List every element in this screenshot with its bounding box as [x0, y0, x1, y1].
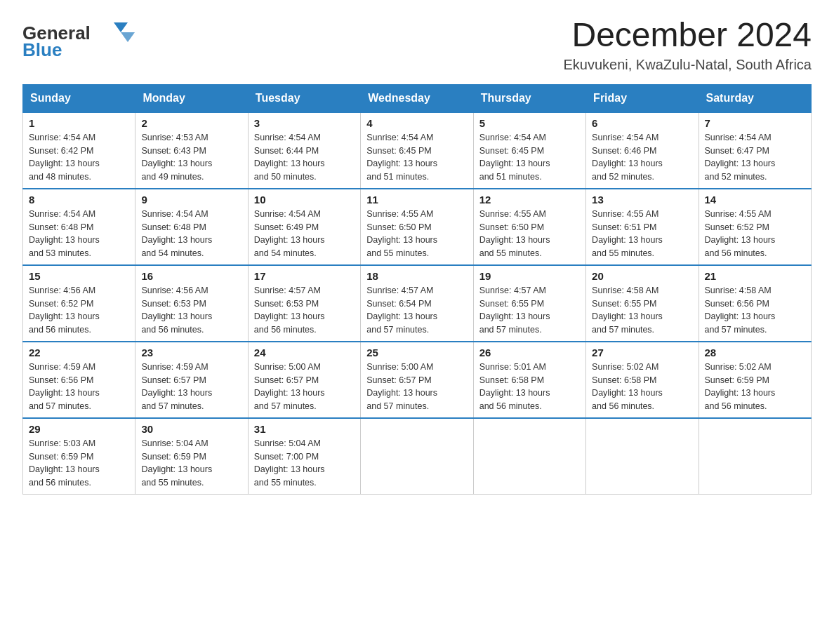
- svg-marker-2: [121, 32, 135, 42]
- day-info: Sunrise: 4:57 AMSunset: 6:53 PMDaylight:…: [254, 284, 355, 337]
- weekday-header-friday: Friday: [586, 84, 699, 112]
- calendar-cell: [699, 418, 811, 495]
- calendar-cell: 16 Sunrise: 4:56 AMSunset: 6:53 PMDaylig…: [135, 265, 248, 342]
- day-number: 30: [141, 423, 241, 435]
- day-number: 4: [366, 117, 467, 129]
- day-info: Sunrise: 4:54 AMSunset: 6:47 PMDaylight:…: [705, 131, 805, 184]
- calendar-cell: 23 Sunrise: 4:59 AMSunset: 6:57 PMDaylig…: [135, 342, 248, 418]
- calendar-cell: 13 Sunrise: 4:55 AMSunset: 6:51 PMDaylig…: [586, 189, 699, 265]
- calendar-cell: 5 Sunrise: 4:54 AMSunset: 6:45 PMDayligh…: [473, 112, 585, 189]
- day-number: 10: [254, 194, 355, 206]
- weekday-header-thursday: Thursday: [473, 84, 585, 112]
- calendar-cell: 21 Sunrise: 4:58 AMSunset: 6:56 PMDaylig…: [699, 265, 811, 342]
- calendar-cell: 17 Sunrise: 4:57 AMSunset: 6:53 PMDaylig…: [248, 265, 360, 342]
- calendar-cell: 14 Sunrise: 4:55 AMSunset: 6:52 PMDaylig…: [699, 189, 811, 265]
- day-number: 13: [592, 194, 692, 206]
- weekday-header-row: SundayMondayTuesdayWednesdayThursdayFrid…: [23, 84, 812, 112]
- day-number: 17: [254, 270, 355, 282]
- day-number: 5: [479, 117, 580, 129]
- day-number: 20: [592, 270, 692, 282]
- calendar-table: SundayMondayTuesdayWednesdayThursdayFrid…: [22, 84, 812, 495]
- day-info: Sunrise: 4:54 AMSunset: 6:46 PMDaylight:…: [592, 131, 692, 184]
- svg-text:Blue: Blue: [22, 39, 62, 59]
- calendar-cell: 24 Sunrise: 5:00 AMSunset: 6:57 PMDaylig…: [248, 342, 360, 418]
- day-number: 31: [254, 423, 355, 435]
- calendar-cell: [361, 418, 473, 495]
- day-number: 27: [592, 347, 692, 358]
- day-number: 9: [141, 194, 241, 206]
- day-info: Sunrise: 4:54 AMSunset: 6:42 PMDaylight:…: [29, 131, 129, 184]
- week-row-1: 1 Sunrise: 4:54 AMSunset: 6:42 PMDayligh…: [23, 112, 812, 189]
- day-info: Sunrise: 4:56 AMSunset: 6:53 PMDaylight:…: [141, 284, 241, 337]
- day-info: Sunrise: 4:55 AMSunset: 6:52 PMDaylight:…: [705, 208, 805, 260]
- week-row-4: 22 Sunrise: 4:59 AMSunset: 6:56 PMDaylig…: [23, 342, 812, 418]
- calendar-cell: 29 Sunrise: 5:03 AMSunset: 6:59 PMDaylig…: [23, 418, 135, 495]
- weekday-header-saturday: Saturday: [699, 84, 811, 112]
- calendar-cell: 27 Sunrise: 5:02 AMSunset: 6:58 PMDaylig…: [586, 342, 699, 418]
- day-number: 11: [366, 194, 467, 206]
- day-info: Sunrise: 4:59 AMSunset: 6:57 PMDaylight:…: [141, 361, 241, 413]
- logo: General Blue: [22, 17, 142, 62]
- title-area: December 2024 Ekuvukeni, KwaZulu-Natal, …: [563, 17, 812, 73]
- day-info: Sunrise: 4:54 AMSunset: 6:49 PMDaylight:…: [254, 208, 355, 260]
- day-info: Sunrise: 5:04 AMSunset: 6:59 PMDaylight:…: [141, 437, 241, 490]
- calendar-cell: 25 Sunrise: 5:00 AMSunset: 6:57 PMDaylig…: [361, 342, 473, 418]
- calendar-cell: 7 Sunrise: 4:54 AMSunset: 6:47 PMDayligh…: [699, 112, 811, 189]
- calendar-cell: 10 Sunrise: 4:54 AMSunset: 6:49 PMDaylig…: [248, 189, 360, 265]
- calendar-cell: 2 Sunrise: 4:53 AMSunset: 6:43 PMDayligh…: [135, 112, 248, 189]
- day-info: Sunrise: 4:57 AMSunset: 6:55 PMDaylight:…: [479, 284, 580, 337]
- day-number: 8: [29, 194, 129, 206]
- day-info: Sunrise: 4:54 AMSunset: 6:48 PMDaylight:…: [29, 208, 129, 260]
- calendar-cell: 3 Sunrise: 4:54 AMSunset: 6:44 PMDayligh…: [248, 112, 360, 189]
- day-number: 24: [254, 347, 355, 358]
- day-info: Sunrise: 4:56 AMSunset: 6:52 PMDaylight:…: [29, 284, 129, 337]
- calendar-cell: 12 Sunrise: 4:55 AMSunset: 6:50 PMDaylig…: [473, 189, 585, 265]
- calendar-cell: 20 Sunrise: 4:58 AMSunset: 6:55 PMDaylig…: [586, 265, 699, 342]
- day-info: Sunrise: 4:54 AMSunset: 6:45 PMDaylight:…: [479, 131, 580, 184]
- calendar-cell: 9 Sunrise: 4:54 AMSunset: 6:48 PMDayligh…: [135, 189, 248, 265]
- calendar-cell: 6 Sunrise: 4:54 AMSunset: 6:46 PMDayligh…: [586, 112, 699, 189]
- calendar-cell: 4 Sunrise: 4:54 AMSunset: 6:45 PMDayligh…: [361, 112, 473, 189]
- week-row-3: 15 Sunrise: 4:56 AMSunset: 6:52 PMDaylig…: [23, 265, 812, 342]
- calendar-cell: 28 Sunrise: 5:02 AMSunset: 6:59 PMDaylig…: [699, 342, 811, 418]
- calendar-cell: 26 Sunrise: 5:01 AMSunset: 6:58 PMDaylig…: [473, 342, 585, 418]
- day-info: Sunrise: 4:55 AMSunset: 6:51 PMDaylight:…: [592, 208, 692, 260]
- day-info: Sunrise: 5:00 AMSunset: 6:57 PMDaylight:…: [366, 361, 467, 413]
- location-title: Ekuvukeni, KwaZulu-Natal, South Africa: [563, 57, 812, 73]
- day-info: Sunrise: 4:59 AMSunset: 6:56 PMDaylight:…: [29, 361, 129, 413]
- month-title: December 2024: [563, 17, 812, 54]
- day-number: 6: [592, 117, 692, 129]
- day-number: 26: [479, 347, 580, 358]
- day-info: Sunrise: 5:02 AMSunset: 6:59 PMDaylight:…: [705, 361, 805, 413]
- day-number: 18: [366, 270, 467, 282]
- day-info: Sunrise: 5:02 AMSunset: 6:58 PMDaylight:…: [592, 361, 692, 413]
- weekday-header-monday: Monday: [135, 84, 248, 112]
- calendar-cell: 22 Sunrise: 4:59 AMSunset: 6:56 PMDaylig…: [23, 342, 135, 418]
- day-info: Sunrise: 4:57 AMSunset: 6:54 PMDaylight:…: [366, 284, 467, 337]
- day-number: 29: [29, 423, 129, 435]
- weekday-header-sunday: Sunday: [23, 84, 135, 112]
- day-number: 23: [141, 347, 241, 358]
- calendar-cell: 15 Sunrise: 4:56 AMSunset: 6:52 PMDaylig…: [23, 265, 135, 342]
- day-info: Sunrise: 4:54 AMSunset: 6:44 PMDaylight:…: [254, 131, 355, 184]
- week-row-2: 8 Sunrise: 4:54 AMSunset: 6:48 PMDayligh…: [23, 189, 812, 265]
- calendar-cell: [473, 418, 585, 495]
- day-info: Sunrise: 5:04 AMSunset: 7:00 PMDaylight:…: [254, 437, 355, 490]
- calendar-cell: 11 Sunrise: 4:55 AMSunset: 6:50 PMDaylig…: [361, 189, 473, 265]
- day-info: Sunrise: 4:54 AMSunset: 6:48 PMDaylight:…: [141, 208, 241, 260]
- day-number: 3: [254, 117, 355, 129]
- day-info: Sunrise: 4:54 AMSunset: 6:45 PMDaylight:…: [366, 131, 467, 184]
- calendar-cell: 18 Sunrise: 4:57 AMSunset: 6:54 PMDaylig…: [361, 265, 473, 342]
- day-info: Sunrise: 4:55 AMSunset: 6:50 PMDaylight:…: [366, 208, 467, 260]
- calendar-cell: 30 Sunrise: 5:04 AMSunset: 6:59 PMDaylig…: [135, 418, 248, 495]
- day-number: 25: [366, 347, 467, 358]
- day-info: Sunrise: 5:01 AMSunset: 6:58 PMDaylight:…: [479, 361, 580, 413]
- calendar-cell: 31 Sunrise: 5:04 AMSunset: 7:00 PMDaylig…: [248, 418, 360, 495]
- day-info: Sunrise: 4:53 AMSunset: 6:43 PMDaylight:…: [141, 131, 241, 184]
- weekday-header-wednesday: Wednesday: [361, 84, 473, 112]
- calendar-cell: [586, 418, 699, 495]
- calendar-cell: 1 Sunrise: 4:54 AMSunset: 6:42 PMDayligh…: [23, 112, 135, 189]
- day-info: Sunrise: 4:55 AMSunset: 6:50 PMDaylight:…: [479, 208, 580, 260]
- day-number: 2: [141, 117, 241, 129]
- day-number: 1: [29, 117, 129, 129]
